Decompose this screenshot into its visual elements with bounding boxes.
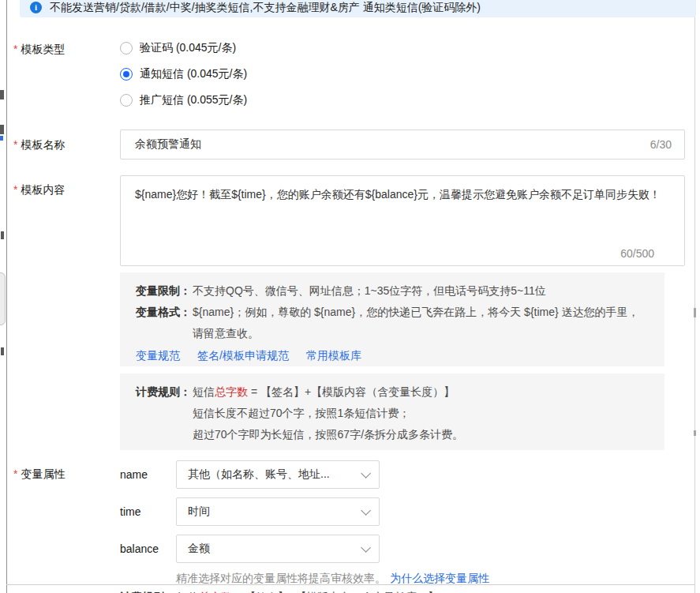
radio-option-label: 验证码 (0.045元/条) xyxy=(140,41,236,55)
field-label-template-type: *模板类型 xyxy=(13,41,65,57)
billing-rule-line1: 短信总字数 = 【签名】+【模版内容（含变量长度）】 xyxy=(177,587,439,593)
variable-name-name: name xyxy=(120,467,148,482)
chevron-down-icon xyxy=(361,542,371,553)
link-why-variable-attrs[interactable]: 为什么选择变量属性 xyxy=(390,572,489,584)
billing-total-chars-highlight: 总字数 xyxy=(215,385,248,398)
char-counter: 60/500 xyxy=(620,247,654,260)
template-content-value: ${name}您好！截至${time}，您的账户余额还有${balance}元，… xyxy=(135,185,672,204)
variable-name-balance: balance xyxy=(120,541,159,557)
select-value: 金额 xyxy=(188,542,210,556)
billing-text: = 【签名】+【模版内容（含变量长度）】 xyxy=(248,385,455,398)
panel-left-border xyxy=(6,0,7,593)
clipped-text-fragment xyxy=(1,347,4,355)
tip-label-billing-rules: 计费规则： xyxy=(136,381,193,403)
radio-icon[interactable] xyxy=(120,42,133,54)
required-asterisk: * xyxy=(13,467,17,480)
clipped-text-fragment xyxy=(0,90,4,99)
clipped-text-fragment xyxy=(0,125,4,134)
variable-name-time: time xyxy=(120,504,140,520)
required-asterisk: * xyxy=(13,43,17,55)
field-label-text: 模板内容 xyxy=(21,183,65,196)
link-signature-template-spec[interactable]: 签名/模板申请规范 xyxy=(197,345,289,366)
tip-text-variable-format: ${name}；例如，尊敬的 ${name}，您的快递已飞奔在路上，将今天 ${… xyxy=(193,302,649,344)
scrollbar-mark xyxy=(694,308,696,317)
panel-right-border xyxy=(694,0,695,593)
bottom-divider xyxy=(6,584,694,585)
clipped-billing-rules-line: 计费规则： 短信总字数 = 【签名】+【模版内容（含变量长度）】 xyxy=(120,587,439,593)
radio-icon[interactable] xyxy=(120,94,133,107)
required-asterisk: * xyxy=(13,138,17,151)
tip-label-variable-limit: 变量限制： xyxy=(136,280,193,302)
tip-text-variable-limit: 不支持QQ号、微信号、网址信息；1~35位字符，但电话号码支持5~11位 xyxy=(193,280,649,302)
notice-banner-text: 不能发送营销/贷款/借款/中奖/抽奖类短信,不支持金融理财&房产 通知类短信(验… xyxy=(50,0,481,15)
radio-selected-icon[interactable] xyxy=(120,68,133,81)
variable-attrs-hint: 精准选择对应的变量属性将提高审核效率。为什么选择变量属性 xyxy=(176,570,489,586)
select-name-attribute[interactable]: 其他（如名称、账号、地址... xyxy=(176,460,380,489)
radio-option-verification-code[interactable]: 验证码 (0.045元/条) xyxy=(120,39,236,57)
billing-rule-line1: 短信总字数 = 【签名】+【模版内容（含变量长度）】 xyxy=(193,381,649,403)
clipped-text-fragment xyxy=(0,136,3,141)
tip-label-billing-rules: 计费规则： xyxy=(120,587,177,593)
select-value: 时间 xyxy=(188,505,210,519)
collapsed-panel-handle[interactable] xyxy=(0,272,6,325)
select-balance-attribute[interactable]: 金额 xyxy=(176,535,380,563)
field-label-text: 变量属性 xyxy=(21,467,65,480)
template-content-textarea[interactable]: ${name}您好！截至${time}，您的账户余额还有${balance}元，… xyxy=(120,175,685,266)
billing-rule-line2: 短信长度不超过70个字，按照1条短信计费； xyxy=(193,403,649,424)
field-label-text: 模板名称 xyxy=(21,138,65,151)
tip-label-variable-format: 变量格式： xyxy=(136,302,193,344)
radio-option-label: 推广短信 (0.055元/条) xyxy=(140,93,247,107)
select-value: 其他（如名称、账号、地址... xyxy=(188,467,330,482)
radio-option-label: 通知短信 (0.045元/条) xyxy=(140,67,247,81)
chevron-down-icon xyxy=(361,505,371,516)
field-label-variable-attrs: *变量属性 xyxy=(13,466,65,482)
select-time-attribute[interactable]: 时间 xyxy=(176,497,380,526)
info-icon: i xyxy=(30,2,42,13)
billing-rules-box: 计费规则： 短信总字数 = 【签名】+【模版内容（含变量长度）】 短信长度不超过… xyxy=(120,373,664,450)
hint-text: 精准选择对应的变量属性将提高审核效率。 xyxy=(176,572,386,584)
billing-text: 短信 xyxy=(193,385,215,398)
notice-banner: i 不能发送营销/贷款/借款/中奖/抽奖类短信,不支持金融理财&房产 通知类短信… xyxy=(20,0,696,17)
field-label-text: 模板类型 xyxy=(21,43,65,55)
scrollbar-mark xyxy=(694,430,696,436)
required-asterisk: * xyxy=(13,183,17,196)
field-label-template-content: *模板内容 xyxy=(13,182,65,197)
char-counter: 6/30 xyxy=(650,138,672,151)
billing-rule-line3: 超过70个字即为长短信，按照67字/条拆分成多条计费。 xyxy=(193,424,649,445)
clipped-text-fragment xyxy=(1,231,4,239)
sms-template-form-page: i 不能发送营销/贷款/借款/中奖/抽奖类短信,不支持金融理财&房产 通知类短信… xyxy=(0,0,700,593)
link-common-template-library[interactable]: 常用模板库 xyxy=(306,345,361,366)
variable-tips-box: 变量限制： 不支持QQ号、微信号、网址信息；1~35位字符，但电话号码支持5~1… xyxy=(120,272,664,366)
chevron-down-icon xyxy=(361,468,371,479)
radio-option-promotional-sms[interactable]: 推广短信 (0.055元/条) xyxy=(120,92,247,109)
radio-option-notification-sms[interactable]: 通知短信 (0.045元/条) xyxy=(120,66,247,83)
link-variable-spec[interactable]: 变量规范 xyxy=(136,345,180,366)
template-name-value: 余额预警通知 xyxy=(135,137,201,152)
template-name-input[interactable]: 余额预警通知 6/30 xyxy=(120,129,685,160)
field-label-template-name: *模板名称 xyxy=(13,137,65,152)
